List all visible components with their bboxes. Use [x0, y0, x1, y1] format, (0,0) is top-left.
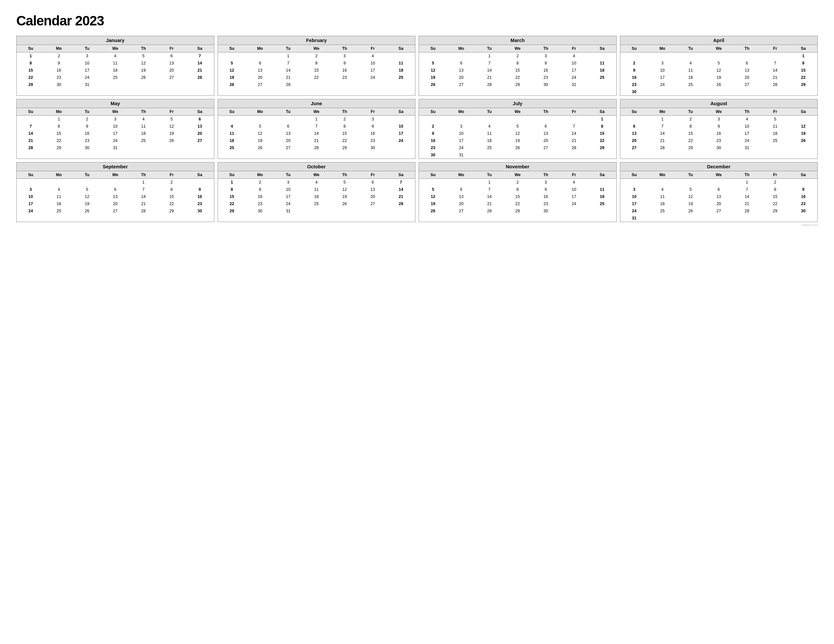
day-cell: 18: [475, 137, 504, 144]
day-cell: [129, 81, 158, 88]
day-cell: 24: [560, 74, 588, 81]
day-header-sa: Sa: [588, 171, 616, 179]
day-cell: [387, 116, 415, 123]
day-cell: 21: [302, 137, 331, 144]
day-cell: 13: [186, 123, 214, 130]
day-cell: [246, 52, 274, 60]
day-cell: 14: [475, 67, 504, 74]
day-cell: 11: [45, 193, 73, 200]
day-cell: 6: [158, 52, 186, 60]
day-cell: 9: [246, 186, 274, 193]
day-header-th: Th: [331, 108, 359, 116]
day-cell: 4: [560, 52, 588, 60]
day-header-su: Su: [218, 108, 246, 116]
day-cell: 5: [218, 60, 246, 67]
day-cell: 13: [158, 60, 186, 67]
month-january: JanuarySuMoTuWeThFrSa1234567891011121314…: [16, 36, 214, 96]
day-header-su: Su: [17, 171, 45, 179]
day-cell: 19: [677, 200, 705, 207]
day-cell: 26: [331, 200, 359, 207]
day-cell: 11: [475, 130, 504, 137]
day-cell: [677, 88, 705, 95]
day-cell: 9: [532, 60, 560, 67]
day-cell: 10: [733, 123, 761, 130]
day-cell: [359, 81, 387, 88]
day-cell: 30: [789, 207, 818, 215]
day-header-fr: Fr: [560, 108, 588, 116]
day-cell: 5: [419, 60, 447, 67]
day-cell: 18: [387, 67, 415, 74]
day-header-fr: Fr: [158, 108, 186, 116]
day-cell: 4: [359, 52, 387, 60]
day-cell: 26: [789, 137, 818, 144]
day-header-fr: Fr: [158, 171, 186, 179]
day-cell: 4: [129, 116, 158, 123]
month-title-august: August: [620, 99, 818, 108]
day-cell: [447, 116, 476, 123]
day-cell: 5: [677, 186, 705, 193]
day-cell: 11: [218, 130, 246, 137]
day-cell: 21: [387, 193, 415, 200]
day-cell: 28: [560, 144, 588, 152]
day-cell: 28: [475, 81, 504, 88]
day-cell: 9: [789, 186, 818, 193]
day-cell: 5: [419, 186, 447, 193]
day-header-th: Th: [733, 45, 761, 52]
day-cell: [17, 116, 45, 123]
day-cell: 23: [705, 137, 733, 144]
day-cell: [302, 81, 331, 88]
day-cell: 20: [447, 74, 476, 81]
day-cell: 10: [73, 60, 101, 67]
day-cell: [761, 144, 789, 152]
day-cell: 22: [761, 200, 789, 207]
day-cell: 29: [677, 144, 705, 152]
day-cell: 27: [274, 144, 303, 152]
day-cell: 17: [560, 67, 588, 74]
day-cell: [705, 179, 733, 186]
day-cell: 1: [45, 116, 73, 123]
day-cell: 25: [101, 74, 130, 81]
day-header-we: We: [302, 45, 331, 52]
day-cell: 17: [17, 200, 45, 207]
day-cell: 7: [733, 186, 761, 193]
day-cell: 13: [733, 67, 761, 74]
month-title-november: November: [419, 163, 616, 171]
day-cell: 13: [359, 186, 387, 193]
day-header-tu: Tu: [73, 108, 101, 116]
month-may: MaySuMoTuWeThFrSa12345678910111213141516…: [16, 99, 214, 159]
day-cell: 11: [588, 60, 616, 67]
day-cell: 3: [73, 52, 101, 60]
day-cell: [186, 144, 214, 152]
month-title-september: September: [17, 163, 214, 171]
day-cell: 4: [45, 186, 73, 193]
day-cell: 10: [560, 186, 588, 193]
day-cell: 1: [218, 179, 246, 186]
day-cell: 11: [588, 186, 616, 193]
day-header-we: We: [705, 108, 733, 116]
day-cell: [218, 116, 246, 123]
day-cell: 25: [45, 207, 73, 215]
day-header-sa: Sa: [186, 45, 214, 52]
day-cell: 21: [274, 74, 303, 81]
day-cell: 9: [186, 186, 214, 193]
day-cell: 12: [419, 67, 447, 74]
day-cell: 16: [246, 193, 274, 200]
day-header-su: Su: [419, 108, 447, 116]
day-cell: 16: [45, 67, 73, 74]
day-cell: 3: [705, 116, 733, 123]
day-cell: 21: [129, 200, 158, 207]
day-header-su: Su: [218, 171, 246, 179]
day-cell: [158, 81, 186, 88]
day-cell: [588, 207, 616, 215]
day-cell: 23: [45, 74, 73, 81]
day-header-tu: Tu: [677, 45, 705, 52]
day-header-sa: Sa: [789, 171, 818, 179]
day-cell: [705, 215, 733, 222]
day-cell: [274, 116, 303, 123]
day-cell: 2: [302, 52, 331, 60]
day-cell: 20: [447, 200, 476, 207]
day-cell: 6: [246, 60, 274, 67]
day-cell: 14: [648, 130, 677, 137]
day-cell: 5: [705, 60, 733, 67]
day-cell: [475, 152, 504, 158]
